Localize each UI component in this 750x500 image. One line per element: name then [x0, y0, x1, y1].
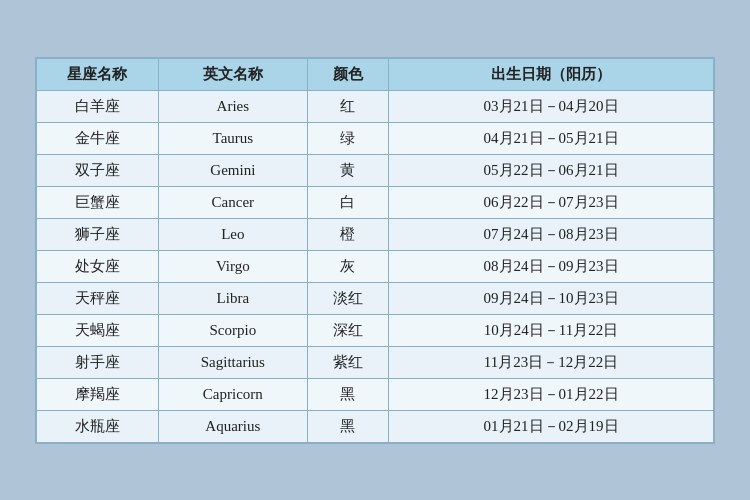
table-header-row: 星座名称 英文名称 颜色 出生日期（阳历）: [37, 58, 714, 90]
cell-color: 绿: [307, 122, 388, 154]
cell-date: 04月21日－05月21日: [389, 122, 714, 154]
cell-date: 08月24日－09月23日: [389, 250, 714, 282]
header-date: 出生日期（阳历）: [389, 58, 714, 90]
table-row: 天蝎座Scorpio深红10月24日－11月22日: [37, 314, 714, 346]
table-row: 巨蟹座Cancer白06月22日－07月23日: [37, 186, 714, 218]
cell-en: Scorpio: [158, 314, 307, 346]
zodiac-table-container: 星座名称 英文名称 颜色 出生日期（阳历） 白羊座Aries红03月21日－04…: [35, 57, 715, 444]
cell-color: 黑: [307, 410, 388, 442]
cell-en: Aries: [158, 90, 307, 122]
cell-en: Cancer: [158, 186, 307, 218]
cell-en: Leo: [158, 218, 307, 250]
cell-cn: 狮子座: [37, 218, 159, 250]
cell-cn: 金牛座: [37, 122, 159, 154]
cell-cn: 射手座: [37, 346, 159, 378]
table-row: 摩羯座Capricorn黑12月23日－01月22日: [37, 378, 714, 410]
table-row: 金牛座Taurus绿04月21日－05月21日: [37, 122, 714, 154]
table-row: 天秤座Libra淡红09月24日－10月23日: [37, 282, 714, 314]
cell-cn: 天蝎座: [37, 314, 159, 346]
cell-color: 紫红: [307, 346, 388, 378]
cell-date: 03月21日－04月20日: [389, 90, 714, 122]
header-en: 英文名称: [158, 58, 307, 90]
cell-cn: 天秤座: [37, 282, 159, 314]
cell-cn: 水瓶座: [37, 410, 159, 442]
cell-en: Virgo: [158, 250, 307, 282]
cell-date: 12月23日－01月22日: [389, 378, 714, 410]
cell-color: 黄: [307, 154, 388, 186]
cell-en: Aquarius: [158, 410, 307, 442]
table-row: 处女座Virgo灰08月24日－09月23日: [37, 250, 714, 282]
cell-cn: 双子座: [37, 154, 159, 186]
cell-en: Sagittarius: [158, 346, 307, 378]
header-cn: 星座名称: [37, 58, 159, 90]
cell-en: Taurus: [158, 122, 307, 154]
cell-date: 05月22日－06月21日: [389, 154, 714, 186]
zodiac-table: 星座名称 英文名称 颜色 出生日期（阳历） 白羊座Aries红03月21日－04…: [36, 58, 714, 443]
cell-en: Gemini: [158, 154, 307, 186]
table-row: 水瓶座Aquarius黑01月21日－02月19日: [37, 410, 714, 442]
cell-cn: 白羊座: [37, 90, 159, 122]
table-row: 白羊座Aries红03月21日－04月20日: [37, 90, 714, 122]
cell-color: 白: [307, 186, 388, 218]
cell-color: 灰: [307, 250, 388, 282]
cell-date: 06月22日－07月23日: [389, 186, 714, 218]
table-row: 双子座Gemini黄05月22日－06月21日: [37, 154, 714, 186]
table-row: 狮子座Leo橙07月24日－08月23日: [37, 218, 714, 250]
cell-date: 10月24日－11月22日: [389, 314, 714, 346]
cell-date: 11月23日－12月22日: [389, 346, 714, 378]
cell-date: 09月24日－10月23日: [389, 282, 714, 314]
cell-en: Capricorn: [158, 378, 307, 410]
cell-date: 01月21日－02月19日: [389, 410, 714, 442]
cell-cn: 摩羯座: [37, 378, 159, 410]
header-color: 颜色: [307, 58, 388, 90]
cell-cn: 巨蟹座: [37, 186, 159, 218]
table-row: 射手座Sagittarius紫红11月23日－12月22日: [37, 346, 714, 378]
cell-en: Libra: [158, 282, 307, 314]
cell-color: 橙: [307, 218, 388, 250]
cell-date: 07月24日－08月23日: [389, 218, 714, 250]
cell-color: 深红: [307, 314, 388, 346]
cell-cn: 处女座: [37, 250, 159, 282]
cell-color: 红: [307, 90, 388, 122]
cell-color: 淡红: [307, 282, 388, 314]
cell-color: 黑: [307, 378, 388, 410]
